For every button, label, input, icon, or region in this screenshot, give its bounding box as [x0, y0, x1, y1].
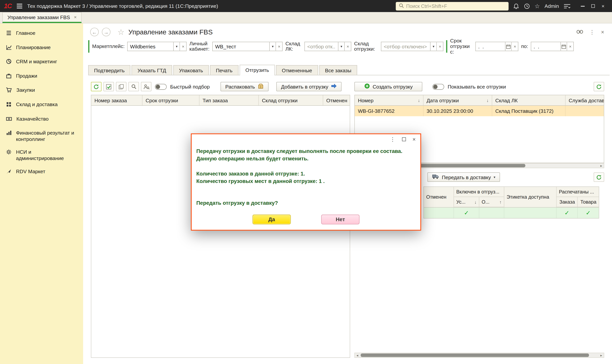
marketplace-dropdown-icon[interactable]: ▾ — [173, 42, 180, 51]
account-dropdown-icon[interactable]: ▾ — [269, 42, 276, 51]
subcol-goods[interactable]: Товара — [578, 197, 599, 207]
link-icon[interactable] — [576, 29, 583, 35]
sidebar-item-treasury[interactable]: Казначейство — [0, 112, 83, 127]
refresh-orders-button[interactable] — [91, 82, 102, 91]
date-to-input[interactable] — [531, 42, 560, 51]
tab-gtd[interactable]: Указать ГТД — [132, 65, 172, 75]
minimize-button[interactable] — [578, 1, 588, 11]
subcol-us[interactable]: Ус... ↓ — [454, 197, 479, 207]
scroll-right-icon[interactable]: ▸ — [599, 353, 604, 357]
warehouse-lk-input[interactable] — [305, 42, 338, 51]
add-to-shipment-button[interactable]: Добавить в отгрузку — [276, 82, 342, 91]
col-shipment-date[interactable]: Дата отгрузки ↓ — [424, 95, 492, 105]
unpack-button[interactable]: Распаковать — [221, 82, 268, 91]
restore-button[interactable] — [588, 1, 598, 11]
sidebar-item-purchases[interactable]: Закупки — [0, 84, 83, 98]
subcol-o[interactable]: О... ↑ — [479, 197, 504, 207]
sidebar-item-administration[interactable]: НСИ и администрирование — [0, 146, 83, 165]
subcol-order[interactable]: Заказа — [557, 197, 578, 207]
col-warehouse-lk[interactable]: Склад ЛК — [492, 95, 566, 105]
global-search[interactable] — [396, 2, 508, 10]
dialog-menu-icon[interactable]: ⋮ — [390, 136, 395, 142]
sidebar-item-main[interactable]: Главное — [0, 26, 83, 41]
ship-warehouse-clear-icon[interactable]: × — [437, 42, 443, 51]
unpack-button-label: Распаковать — [225, 84, 255, 90]
scroll-thumb[interactable] — [361, 353, 589, 357]
col-ship-term[interactable]: Срок отгрузки — [143, 95, 200, 105]
mark-all-checkbox-button[interactable] — [104, 82, 114, 91]
show-all-shipments-toggle[interactable] — [432, 84, 444, 90]
window-tab-fbs-orders[interactable]: Управление заказами FBS × — [2, 12, 82, 23]
nav-forward-button[interactable]: → — [102, 28, 110, 36]
notifications-bell-icon[interactable] — [513, 3, 519, 9]
sidebar-item-sales[interactable]: Продажи — [0, 69, 83, 84]
tab-all-orders[interactable]: Все заказы — [319, 65, 357, 75]
close-form-icon[interactable]: × — [601, 29, 604, 35]
tab-close-icon[interactable]: × — [74, 14, 77, 20]
details-row[interactable]: ✓ ✓ ✓ — [424, 208, 599, 218]
refresh-shipments-button[interactable] — [594, 82, 604, 91]
tab-pack[interactable]: Упаковать — [173, 65, 209, 75]
marketplace-clear-icon[interactable]: × — [180, 42, 187, 51]
warehouse-lk-clear-icon[interactable]: × — [345, 42, 351, 51]
col-order-type[interactable]: Тип заказа — [200, 95, 259, 105]
sidebar-item-finance[interactable]: Финансовый результат и контроллинг — [0, 127, 83, 146]
tab-confirm[interactable]: Подтвердить — [88, 65, 131, 75]
1c-logo: 1С — [4, 2, 12, 10]
account-clear-icon[interactable]: × — [276, 42, 283, 51]
col-printed[interactable]: Распечатаны ... — [557, 187, 599, 197]
col-delivery-service[interactable]: Служба достав — [566, 95, 604, 105]
col-cancelled[interactable]: Отменен — [323, 95, 350, 105]
sidebar-item-crm[interactable]: CRM и маркетинг — [0, 55, 83, 69]
yes-button[interactable]: Да — [253, 214, 291, 224]
nav-back-button[interactable]: ← — [90, 28, 99, 36]
tab-print[interactable]: Печать — [210, 65, 238, 75]
date-from-input[interactable] — [476, 42, 505, 51]
date-from-clear-icon[interactable]: × — [512, 42, 519, 51]
create-shipment-button[interactable]: Создать отгрузку — [354, 82, 422, 91]
scroll-left-icon[interactable]: ◂ — [355, 353, 360, 357]
col-ship-warehouse[interactable]: Склад отгрузки — [259, 95, 323, 105]
ship-warehouse-dropdown-icon[interactable]: ▾ — [430, 42, 437, 51]
scroll-right-icon[interactable]: ▸ — [599, 163, 604, 168]
dialog-maximize-icon[interactable] — [402, 137, 406, 141]
settings-gear-icon — [6, 149, 12, 156]
tab-ship[interactable]: Отгрузить — [239, 65, 275, 75]
more-menu-icon[interactable]: ⋮ — [589, 29, 595, 35]
copy-list-button[interactable] — [116, 82, 126, 91]
col-included-in-shipment[interactable]: Включен в отгруз... — [454, 187, 504, 197]
functions-menu-icon[interactable] — [564, 4, 571, 8]
warehouse-lk-dropdown-icon[interactable]: ▾ — [338, 42, 345, 51]
sidebar-item-rdv-market[interactable]: RDV Маркет — [0, 165, 83, 179]
marketplace-input[interactable] — [127, 42, 173, 51]
ship-warehouse-input[interactable] — [381, 42, 430, 51]
date-to-calendar-icon[interactable] — [560, 42, 567, 51]
favorites-star-icon[interactable]: ☆ — [534, 3, 540, 9]
user-menu[interactable]: Admin — [545, 3, 559, 9]
search-input[interactable] — [406, 3, 505, 9]
col-shipment-number[interactable]: Номер ↓ — [355, 95, 424, 105]
close-window-button[interactable]: × — [598, 1, 608, 11]
details-hscrollbar[interactable]: ◂ ▸ — [354, 353, 604, 358]
search-orders-button[interactable] — [128, 82, 139, 91]
no-button[interactable]: Нет — [321, 214, 359, 224]
hamburger-menu-icon[interactable] — [16, 3, 23, 9]
add-favorite-star-icon[interactable]: ☆ — [118, 27, 124, 37]
tab-cancelled[interactable]: Отмененные — [276, 65, 318, 75]
history-icon[interactable] — [524, 3, 530, 9]
date-to-clear-icon[interactable]: × — [567, 42, 574, 51]
dialog-close-icon[interactable]: × — [412, 136, 416, 142]
sidebar-item-warehouse[interactable]: Склад и доставка — [0, 98, 83, 112]
sidebar-item-planning[interactable]: Планирование — [0, 41, 83, 55]
shipment-row[interactable]: WB-GI-3877652 30.10.2025 23:00:00 Склад … — [355, 106, 604, 116]
transfer-to-delivery-button[interactable]: Передать в доставку ▾ — [427, 172, 500, 182]
col-cancelled[interactable]: Отменен — [424, 187, 454, 207]
refresh-details-button[interactable] — [594, 172, 604, 182]
date-from-calendar-icon[interactable] — [505, 42, 512, 51]
account-input[interactable] — [213, 42, 269, 51]
quick-pick-toggle[interactable] — [155, 84, 167, 90]
col-label-available[interactable]: Этикетка доступна — [504, 187, 557, 207]
col-order-number[interactable]: Номер заказа — [92, 95, 143, 105]
details-grid-body[interactable] — [354, 219, 604, 353]
search-by-customer-button[interactable] — [141, 82, 151, 91]
